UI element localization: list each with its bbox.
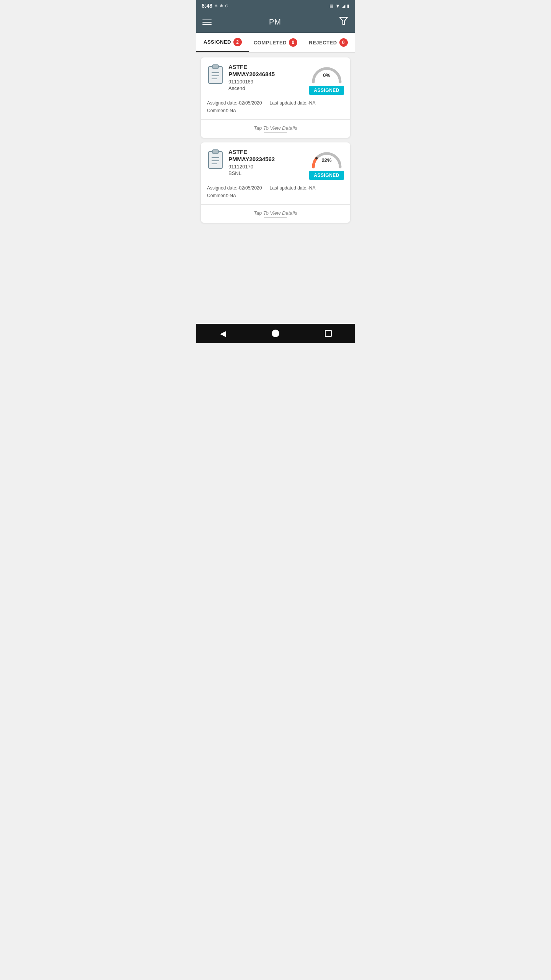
tab-assigned-badge: 2: [233, 38, 242, 46]
card-1-info: ASTFE PMMAY20234562 911120170 BSNL: [228, 149, 305, 176]
vibrate-icon: ▦: [329, 3, 333, 8]
card-0-status: ASSIGNED: [309, 86, 344, 95]
card-1-comment: Comment:-NA: [207, 193, 344, 198]
tab-completed-badge: 0: [289, 38, 297, 47]
card-0-assigned-date: Assigned date:-02/05/2020: [207, 100, 262, 106]
card-0-type: ASTFE: [228, 64, 305, 70]
card-1-last-updated: Last updated date:-NA: [269, 185, 315, 191]
card-0-left: ASTFE PMMAY20246845 911100169 Ascend: [207, 64, 305, 91]
clipboard-icon-0: [207, 64, 224, 84]
svg-rect-6: [209, 152, 222, 168]
status-left: 8:48 ❄ ❄ ⊙: [202, 3, 228, 9]
svg-rect-1: [209, 67, 222, 83]
card-0-top: ASTFE PMMAY20246845 911100169 Ascend 0%: [207, 64, 344, 95]
card-0-tap-label[interactable]: Tap To View Details: [254, 125, 297, 131]
tab-rejected-badge: 0: [339, 38, 348, 47]
back-icon: ◀: [220, 329, 226, 338]
svg-point-11: [315, 157, 318, 160]
card-0-tap-underline: [264, 132, 287, 133]
status-time: 8:48: [202, 3, 212, 9]
card-1-top: ASTFE PMMAY20234562 911120170 BSNL: [207, 149, 344, 180]
icon-snowflake1: ❄: [214, 3, 218, 8]
card-0-right: 0% ASSIGNED: [309, 64, 344, 95]
menu-button[interactable]: [202, 20, 212, 25]
card-1-tap-label[interactable]: Tap To View Details: [254, 210, 297, 216]
card-0-company: Ascend: [228, 85, 305, 91]
card-1-company: BSNL: [228, 170, 305, 176]
status-bar: 8:48 ❄ ❄ ⊙ ▦ ▼ ◢ ▮: [196, 0, 355, 11]
tabs-container: ASSIGNED 2 COMPLETED 0 REJECTED 0: [196, 33, 355, 53]
card-0: ASTFE PMMAY20246845 911100169 Ascend 0%: [201, 57, 350, 138]
card-0-meta: Assigned date:-02/05/2020 Last updated d…: [207, 100, 344, 113]
card-0-gauge-label: 0%: [323, 72, 330, 78]
filter-button[interactable]: [339, 16, 349, 28]
recents-button[interactable]: [321, 327, 335, 340]
card-0-gauge: 0%: [310, 64, 344, 83]
card-1-right: 22% ASSIGNED: [309, 149, 344, 180]
card-0-body: ASTFE PMMAY20246845 911100169 Ascend 0%: [201, 57, 350, 119]
svg-marker-0: [340, 17, 347, 24]
card-0-footer[interactable]: Tap To View Details: [201, 120, 350, 138]
back-button[interactable]: ◀: [216, 327, 230, 340]
card-0-last-updated: Last updated date:-NA: [269, 100, 315, 106]
tab-assigned[interactable]: ASSIGNED 2: [196, 33, 249, 52]
card-0-phone: 911100169: [228, 79, 305, 85]
card-1-meta: Assigned date:-02/05/2020 Last updated d…: [207, 185, 344, 198]
icon-snowflake2: ❄: [220, 3, 223, 8]
content-area: ASTFE PMMAY20246845 911100169 Ascend 0%: [196, 53, 355, 324]
card-1-status: ASSIGNED: [309, 171, 344, 180]
card-0-comment: Comment:-NA: [207, 108, 344, 113]
home-icon: [272, 330, 279, 337]
card-1-gauge: 22%: [310, 149, 344, 168]
card-1-left: ASTFE PMMAY20234562 911120170 BSNL: [207, 149, 305, 176]
card-1: ASTFE PMMAY20234562 911120170 BSNL: [201, 142, 350, 223]
tab-completed-label: COMPLETED: [254, 40, 287, 46]
card-1-body: ASTFE PMMAY20234562 911120170 BSNL: [201, 142, 350, 204]
tab-rejected[interactable]: REJECTED 0: [302, 33, 355, 52]
card-1-assigned-date: Assigned date:-02/05/2020: [207, 185, 262, 191]
card-0-id: PMMAY20246845: [228, 71, 305, 77]
battery-icon: ▮: [347, 3, 349, 8]
svg-rect-2: [212, 65, 218, 69]
tab-assigned-label: ASSIGNED: [204, 39, 231, 45]
wifi-icon: ▼: [335, 3, 340, 9]
tab-rejected-label: REJECTED: [309, 40, 337, 46]
card-1-dates: Assigned date:-02/05/2020 Last updated d…: [207, 185, 344, 191]
card-1-footer[interactable]: Tap To View Details: [201, 205, 350, 223]
card-1-tap-underline: [264, 217, 287, 218]
card-0-dates: Assigned date:-02/05/2020 Last updated d…: [207, 100, 344, 106]
home-button[interactable]: [269, 327, 282, 340]
app-bar: PM: [196, 11, 355, 33]
signal-icon: ◢: [342, 3, 345, 8]
recents-icon: [325, 330, 332, 337]
tab-completed[interactable]: COMPLETED 0: [249, 33, 302, 52]
card-0-info: ASTFE PMMAY20246845 911100169 Ascend: [228, 64, 305, 91]
card-1-phone: 911120170: [228, 164, 305, 170]
status-right: ▦ ▼ ◢ ▮: [329, 3, 349, 9]
card-1-id: PMMAY20234562: [228, 156, 305, 162]
card-1-gauge-label: 22%: [322, 157, 332, 163]
bottom-nav: ◀: [196, 324, 355, 343]
svg-rect-7: [212, 150, 218, 154]
app-title: PM: [269, 18, 281, 26]
icon-circle-person: ⊙: [225, 3, 228, 8]
card-1-type: ASTFE: [228, 149, 305, 155]
clipboard-icon-1: [207, 149, 224, 169]
